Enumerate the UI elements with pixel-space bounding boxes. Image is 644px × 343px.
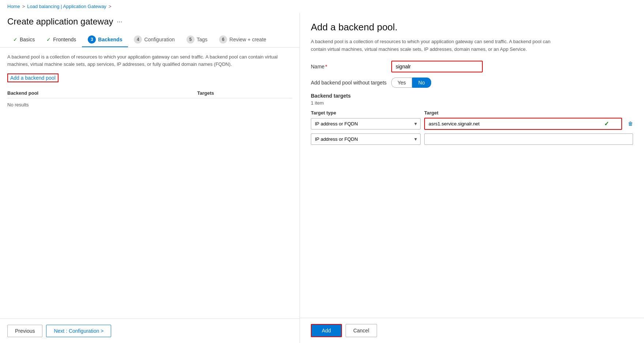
tab-review-label: Review + create — [229, 37, 266, 42]
item-count: 1 item — [311, 100, 633, 106]
toggle-row: Add backend pool without targets Yes No — [311, 78, 633, 88]
page-title-row: Create application gateway ··· — [7, 16, 292, 27]
pool-table-header: Backend pool Targets — [7, 88, 292, 98]
tab-basics-label: Basics — [20, 37, 35, 42]
name-control — [391, 61, 633, 72]
required-marker: * — [325, 64, 327, 69]
target-input-wrapper-1 — [424, 133, 633, 145]
check-icon-basics: ✓ — [13, 37, 18, 42]
toggle-group: Yes No — [391, 78, 633, 88]
right-content: Add a backend pool. A backend pool is a … — [300, 13, 644, 318]
left-description: A backend pool is a collection of resour… — [7, 53, 292, 68]
add-button[interactable]: Add — [311, 324, 342, 337]
tab-configuration-label: Configuration — [144, 37, 174, 42]
target-input-1[interactable] — [424, 133, 633, 145]
panel-description: A backend pool is a collection of resour… — [311, 38, 567, 53]
panel-title: Add a backend pool. — [311, 22, 633, 33]
wizard-tabs: ✓ Basics ✓ Frontends 3 Backends 4 Config… — [0, 29, 300, 48]
tab-configuration[interactable]: 4 Configuration — [128, 33, 180, 47]
th-target: Target — [424, 110, 633, 116]
target-type-select-wrapper-0: IP address or FQDN ▾ — [311, 118, 421, 129]
right-footer: Add Cancel — [300, 318, 644, 343]
col-targets-header: Targets — [197, 90, 292, 96]
tab-frontends-label: Frontends — [53, 37, 76, 42]
target-type-select-0[interactable]: IP address or FQDN — [311, 118, 421, 129]
delete-row-0[interactable]: 🗑 — [628, 121, 633, 127]
target-input-0[interactable] — [424, 118, 622, 130]
name-label: Name* — [311, 64, 391, 69]
add-backend-pool-link[interactable]: Add a backend pool — [7, 74, 59, 82]
cancel-button[interactable]: Cancel — [346, 324, 377, 337]
target-type-select-wrapper-1: IP address or FQDN ▾ — [311, 133, 421, 145]
name-input[interactable] — [391, 61, 483, 72]
tab-frontends[interactable]: ✓ Frontends — [41, 34, 82, 46]
backend-targets-label: Backend targets — [311, 93, 633, 99]
col-pool-header: Backend pool — [7, 90, 197, 96]
toggle-yes-button[interactable]: Yes — [391, 78, 412, 88]
target-row-1: IP address or FQDN ▾ — [311, 133, 633, 145]
tab-basics[interactable]: ✓ Basics — [7, 34, 41, 46]
left-panel: Create application gateway ··· ✓ Basics … — [0, 13, 300, 343]
tab-review[interactable]: 6 Review + create — [213, 33, 272, 47]
toggle-label: Add backend pool without targets — [311, 80, 391, 86]
name-row: Name* — [311, 61, 633, 72]
left-content: A backend pool is a collection of resour… — [0, 48, 300, 318]
check-icon-frontends: ✓ — [46, 37, 51, 42]
toggle-no-button[interactable]: No — [412, 78, 431, 88]
right-panel: Add a backend pool. A backend pool is a … — [300, 13, 644, 343]
breadcrumb-sep1: > — [22, 4, 25, 9]
next-button[interactable]: Next : Configuration > — [46, 325, 111, 337]
previous-button[interactable]: Previous — [7, 325, 42, 337]
left-footer: Previous Next : Configuration > — [0, 318, 300, 343]
tab-backends-label: Backends — [98, 37, 122, 42]
tab-backends[interactable]: 3 Backends — [82, 33, 128, 47]
ellipsis-button[interactable]: ··· — [117, 18, 123, 26]
tab-review-number: 6 — [219, 35, 227, 44]
target-type-select-1[interactable]: IP address or FQDN — [311, 133, 421, 145]
th-type: Target type — [311, 110, 421, 116]
breadcrumb: Home > Load balancing | Application Gate… — [0, 0, 644, 13]
check-icon-0: ✓ — [604, 120, 609, 127]
tab-configuration-number: 4 — [134, 35, 142, 44]
no-results: No results — [7, 98, 292, 111]
tab-tags-label: Tags — [197, 37, 208, 42]
tab-backends-number: 3 — [88, 35, 96, 44]
target-table-header: Target type Target — [311, 110, 633, 116]
breadcrumb-home[interactable]: Home — [7, 4, 20, 9]
breadcrumb-sep2: > — [109, 4, 112, 9]
target-row-0: IP address or FQDN ▾ ✓ 🗑 — [311, 118, 633, 130]
tab-tags[interactable]: 5 Tags — [181, 33, 214, 47]
left-header: Create application gateway ··· — [0, 13, 300, 29]
target-input-wrapper-0: ✓ — [424, 118, 622, 130]
breadcrumb-loadbalancing[interactable]: Load balancing | Application Gateway — [27, 4, 106, 9]
page-title: Create application gateway — [7, 16, 113, 27]
tab-tags-number: 5 — [187, 35, 195, 44]
